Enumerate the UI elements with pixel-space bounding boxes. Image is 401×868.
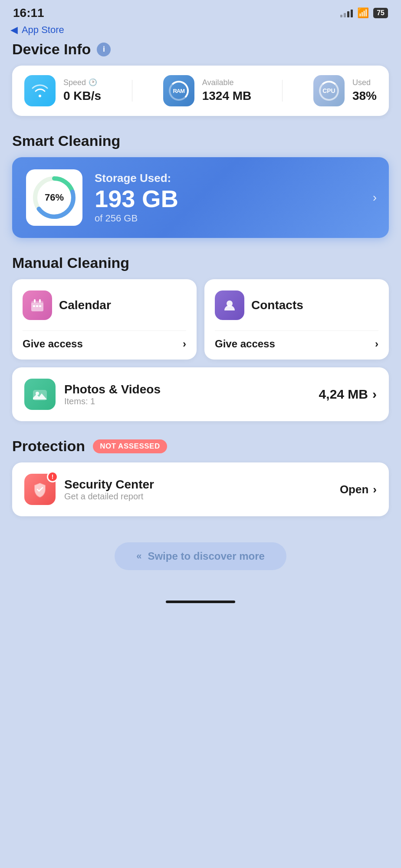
svg-rect-9 bbox=[39, 305, 41, 307]
info-icon[interactable]: i bbox=[97, 43, 111, 56]
security-card[interactable]: ! Security Center Get a detailed report … bbox=[12, 462, 389, 516]
not-assessed-badge: NOT ASSESSED bbox=[93, 439, 167, 453]
manual-cleaning-grid: Calendar Give access › Contacts Give acc… bbox=[12, 279, 389, 360]
signal-icon bbox=[340, 9, 353, 17]
cpu-value: 38% bbox=[352, 88, 377, 104]
security-arrow-icon: › bbox=[373, 483, 377, 496]
wifi-value: 0 KB/s bbox=[63, 88, 101, 104]
photos-size-row[interactable]: 4,24 MB › bbox=[319, 387, 377, 402]
svg-point-12 bbox=[36, 392, 39, 395]
device-info-title: Device Info i bbox=[12, 41, 389, 58]
storage-card[interactable]: 76% Storage Used: 193 GB of 256 GB › bbox=[12, 157, 389, 238]
status-bar: 16:11 📶️ 75 bbox=[0, 0, 401, 23]
storage-donut: 76% bbox=[26, 169, 82, 226]
photos-title: Photos & Videos bbox=[64, 383, 161, 396]
wifi-icon bbox=[24, 75, 56, 106]
security-title: Security Center bbox=[64, 478, 154, 492]
calendar-arrow-icon: › bbox=[183, 338, 186, 350]
calendar-name: Calendar bbox=[59, 298, 111, 312]
wifi-stat: Speed 🕑 0 KB/s bbox=[24, 75, 101, 106]
back-nav-label: App Store bbox=[22, 24, 64, 35]
cpu-label: Used bbox=[352, 78, 377, 88]
swipe-label: Swipe to discover more bbox=[148, 550, 264, 562]
contacts-arrow-icon: › bbox=[375, 338, 378, 350]
ram-stat: RAM Available 1324 MB bbox=[163, 75, 252, 106]
svg-rect-6 bbox=[39, 299, 41, 303]
photos-arrow-icon: › bbox=[372, 387, 377, 402]
ram-label: Available bbox=[202, 78, 252, 88]
contacts-name: Contacts bbox=[251, 298, 303, 312]
security-open-label: Open bbox=[340, 483, 368, 496]
photos-icon bbox=[24, 379, 56, 410]
battery-indicator: 75 bbox=[373, 8, 388, 18]
swipe-button[interactable]: « Swipe to discover more bbox=[115, 542, 286, 570]
storage-value: 193 GB bbox=[95, 187, 178, 211]
wifi-label: Speed bbox=[63, 78, 86, 88]
calendar-access[interactable]: Give access › bbox=[23, 330, 186, 350]
security-open[interactable]: Open › bbox=[340, 483, 377, 496]
cpu-stat: CPU Used 38% bbox=[313, 75, 377, 106]
photos-card[interactable]: Photos & Videos Items: 1 4,24 MB › bbox=[12, 367, 389, 421]
protection-title: Protection bbox=[12, 438, 85, 455]
status-time: 16:11 bbox=[13, 6, 44, 20]
back-arrow-icon: ◀ bbox=[10, 24, 18, 35]
device-info-card: Speed 🕑 0 KB/s RAM Available 1324 MB CPU bbox=[12, 66, 389, 116]
storage-arrow-icon[interactable]: › bbox=[373, 191, 377, 205]
donut-percent: 76% bbox=[45, 192, 64, 203]
back-navigation[interactable]: ◀ App Store bbox=[0, 23, 401, 41]
divider-2 bbox=[282, 80, 283, 102]
security-alert-badge: ! bbox=[47, 471, 58, 482]
status-icons: 📶️ 75 bbox=[340, 7, 388, 19]
calendar-card[interactable]: Calendar Give access › bbox=[12, 279, 197, 360]
ram-value: 1324 MB bbox=[202, 88, 252, 104]
main-content: Device Info i Speed 🕑 0 KB/s bbox=[0, 41, 401, 627]
contacts-icon bbox=[215, 290, 244, 320]
storage-sub: of 256 GB bbox=[95, 213, 178, 224]
divider-1 bbox=[132, 80, 132, 102]
smart-cleaning-title: Smart Cleaning bbox=[12, 132, 389, 149]
cpu-icon: CPU bbox=[313, 75, 345, 106]
contacts-access[interactable]: Give access › bbox=[215, 330, 378, 350]
home-indicator bbox=[166, 601, 235, 603]
manual-cleaning-title: Manual Cleaning bbox=[12, 254, 389, 271]
wifi-status-icon: 📶️ bbox=[357, 7, 369, 19]
svg-rect-8 bbox=[36, 305, 38, 307]
photos-size: 4,24 MB bbox=[319, 387, 368, 402]
calendar-icon bbox=[23, 290, 52, 320]
photos-sub: Items: 1 bbox=[64, 396, 161, 406]
svg-rect-5 bbox=[34, 299, 36, 303]
svg-rect-7 bbox=[33, 305, 35, 307]
swipe-chevrons-icon: « bbox=[136, 551, 141, 562]
protection-header: Protection NOT ASSESSED bbox=[12, 438, 389, 455]
storage-label: Storage Used: bbox=[95, 172, 178, 185]
contacts-card[interactable]: Contacts Give access › bbox=[204, 279, 389, 360]
security-sub: Get a detailed report bbox=[64, 492, 154, 502]
ram-icon: RAM bbox=[163, 75, 194, 106]
